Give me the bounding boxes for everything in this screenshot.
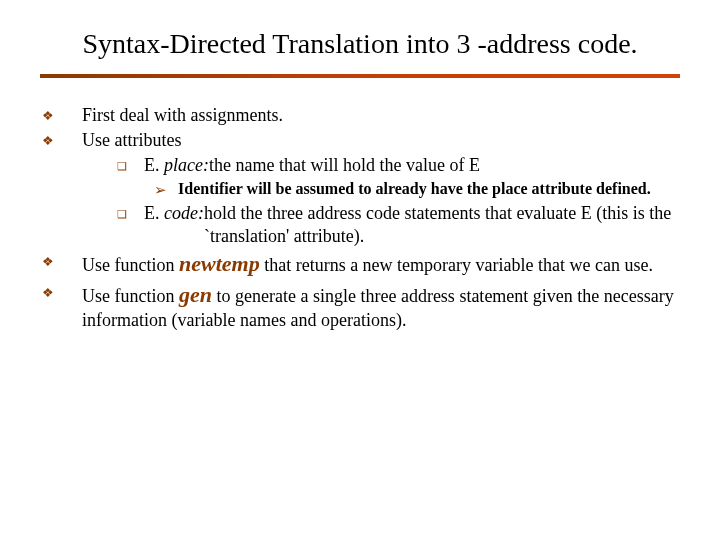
bullet-item: ❖ Use attributes	[40, 129, 680, 152]
bullet-item: ❖ Use function newtemp that returns a ne…	[40, 250, 680, 278]
text-pre: Use function	[82, 255, 179, 275]
bullet-text: Use function newtemp that returns a new …	[82, 250, 680, 278]
square-bullet-icon: ❑	[114, 202, 130, 221]
bullet-text: Use function gen to generate a single th…	[82, 281, 680, 332]
sub-sub-bullet-item: ➢ Identifier will be assumed to already …	[40, 179, 680, 200]
text-post: that returns a new temporary variable th…	[260, 255, 653, 275]
attr-prefix: E.	[144, 203, 164, 223]
arrow-bullet-icon: ➢	[150, 179, 170, 200]
bullet-text: First deal with assignments.	[82, 104, 680, 127]
sub-bullet-item: ❑ E. place: the name that will hold the …	[40, 154, 680, 177]
square-bullet-icon: ❑	[114, 154, 130, 173]
slide-body: ❖ First deal with assignments. ❖ Use att…	[40, 104, 680, 332]
attr-prefix: E.	[144, 155, 164, 175]
text-pre: Use function	[82, 286, 179, 306]
bullet-item: ❖ First deal with assignments.	[40, 104, 680, 127]
diamond-bullet-icon: ❖	[40, 281, 56, 302]
bullet-text: Use attributes	[82, 129, 680, 152]
diamond-bullet-icon: ❖	[40, 250, 56, 271]
diamond-bullet-icon: ❖	[40, 104, 56, 125]
attr-desc: the name that will hold the value of E	[209, 154, 680, 177]
sub-bullet-text: E. code: hold the three address code sta…	[144, 202, 680, 248]
attr-name: code:	[164, 203, 204, 223]
keyword: gen	[179, 282, 212, 307]
attr-name: place:	[164, 155, 209, 175]
slide-title: Syntax-Directed Translation into 3 -addr…	[40, 28, 680, 60]
note-text: Identifier will be assumed to already ha…	[178, 179, 680, 199]
keyword: newtemp	[179, 251, 260, 276]
diamond-bullet-icon: ❖	[40, 129, 56, 150]
sub-bullet-item: ❑ E. code: hold the three address code s…	[40, 202, 680, 248]
bullet-item: ❖ Use function gen to generate a single …	[40, 281, 680, 332]
sub-bullet-text: E. place: the name that will hold the va…	[144, 154, 680, 177]
title-rule	[40, 74, 680, 78]
slide: Syntax-Directed Translation into 3 -addr…	[0, 0, 720, 540]
attr-desc: hold the three address code statements t…	[204, 202, 680, 248]
